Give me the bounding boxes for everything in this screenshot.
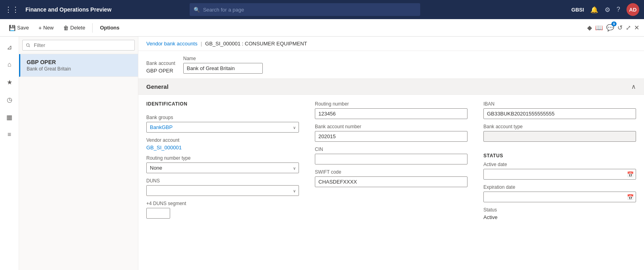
toolbar-separator [92, 23, 93, 33]
vendor-account-link[interactable]: GB_SI_000001 [146, 145, 299, 151]
badge-wrap: 💬 0 [606, 24, 614, 31]
sidebar-icon-filter[interactable]: ⊿ [2, 40, 17, 54]
duns-label: DUNS [146, 178, 299, 184]
form-col-routing: Routing number Bank account number CIN [315, 101, 467, 220]
iban-label: IBAN [483, 101, 636, 107]
delete-button[interactable]: 🗑 Delete [59, 23, 89, 33]
new-button[interactable]: + New [35, 23, 58, 33]
cin-field: CIN [315, 147, 467, 164]
active-date-field: Active date 📅 [483, 162, 636, 180]
breadcrumb-link[interactable]: Vendor bank accounts [146, 41, 198, 47]
top-nav: ⋮⋮ Finance and Operations Preview 🔍 GBSI… [0, 0, 644, 19]
status-heading: STATUS [483, 153, 636, 158]
breadcrumb: Vendor bank accounts | GB_SI_000001 : CO… [138, 37, 644, 51]
bank-groups-select-wrap: BankGBP BankUSD BankEUR ∨ [146, 122, 299, 133]
expiration-date-label: Expiration date [483, 184, 636, 190]
breadcrumb-separator: | [201, 41, 202, 47]
search-bar[interactable]: 🔍 [190, 3, 420, 16]
routing-number-type-field: Routing number type None ABA SWIFT ∨ [146, 155, 299, 173]
breadcrumb-current: GB_SI_000001 : CONSUMER EQUIPMENT [205, 41, 307, 47]
sidebar-icon-clock[interactable]: ◷ [2, 92, 17, 107]
duns-segment-input[interactable] [146, 208, 170, 219]
bank-groups-select[interactable]: BankGBP BankUSD BankEUR [146, 122, 299, 133]
status-value: Active [483, 214, 636, 220]
bank-account-label: Bank account [146, 61, 175, 66]
toolbar-right: ◆ 📖 💬 0 ↺ ⤢ ✕ [587, 24, 639, 31]
list-item-subtitle: Bank of Great Britain [27, 66, 132, 72]
bank-account-number-input[interactable] [315, 131, 467, 142]
toolbar: 💾 Save + New 🗑 Delete Options ◆ 📖 💬 0 ↺ … [0, 19, 644, 37]
status-label: Status [483, 207, 636, 213]
bank-account-value: GBP OPER [146, 68, 175, 74]
bank-groups-label: Bank groups [146, 115, 299, 120]
routing-number-type-select[interactable]: None ABA SWIFT [146, 162, 299, 173]
settings-icon[interactable]: ⚙ [605, 6, 610, 14]
duns-select[interactable] [146, 185, 299, 196]
routing-type-select-wrap: None ABA SWIFT ∨ [146, 162, 299, 173]
bank-account-type-label: Bank account type [483, 124, 636, 129]
sidebar-icon-table[interactable]: ▦ [2, 110, 17, 124]
name-label: Name [183, 56, 263, 61]
swift-code-input[interactable] [315, 176, 467, 187]
bank-account-type-input [483, 131, 636, 142]
active-date-input[interactable] [483, 169, 636, 180]
routing-number-type-label: Routing number type [146, 155, 299, 161]
sidebar-icon-home[interactable]: ⌂ [2, 57, 17, 72]
routing-number-input[interactable] [315, 108, 467, 119]
duns-segment-field: +4 DUNS segment [146, 201, 299, 219]
expand-icon[interactable]: ⤢ [626, 24, 631, 31]
bank-account-number-label: Bank account number [315, 124, 467, 129]
save-button[interactable]: 💾 Save [5, 23, 33, 33]
expiration-date-input[interactable] [483, 192, 636, 202]
sidebar-icon-list[interactable]: ≡ [2, 127, 17, 142]
cin-label: CIN [315, 147, 467, 152]
filter-input[interactable] [22, 40, 135, 51]
sidebar-icon-star[interactable]: ★ [2, 75, 17, 89]
grid-menu-icon[interactable]: ⋮⋮ [5, 5, 19, 14]
iban-input[interactable] [483, 108, 636, 119]
options-button[interactable]: Options [96, 23, 123, 33]
section-collapse-icon: ∧ [631, 83, 636, 90]
status-block: STATUS Active date 📅 Expiration date [483, 153, 636, 220]
swift-code-label: SWIFT code [315, 169, 467, 175]
duns-segment-label: +4 DUNS segment [146, 201, 299, 206]
new-icon: + [39, 25, 42, 31]
vendor-account-field: Vendor account GB_SI_000001 [146, 137, 299, 151]
detail-header: Bank account GBP OPER Name [138, 51, 644, 79]
status-field: Status Active [483, 207, 636, 220]
cin-input[interactable] [315, 154, 467, 164]
list-item[interactable]: GBP OPER Bank of Great Britain [19, 54, 138, 77]
general-section: General ∧ IDENTIFICATION Bank groups Ban… [138, 79, 644, 227]
list-items: GBP OPER Bank of Great Britain [19, 54, 138, 270]
bank-account-number-field: Bank account number [315, 124, 467, 142]
list-filter [19, 37, 138, 54]
form-col-identification: IDENTIFICATION Bank groups BankGBP BankU… [146, 101, 299, 220]
section-header-general[interactable]: General ∧ [138, 79, 644, 95]
close-icon[interactable]: ✕ [634, 24, 639, 31]
vendor-account-label: Vendor account [146, 137, 299, 143]
user-avatar[interactable]: AD [627, 3, 639, 16]
active-date-label: Active date [483, 162, 636, 167]
active-date-wrap: 📅 [483, 169, 636, 180]
search-icon: 🔍 [194, 7, 200, 13]
name-field: Name [183, 56, 263, 74]
help-icon[interactable]: ? [617, 6, 620, 13]
search-input[interactable] [203, 7, 416, 13]
swift-code-field: SWIFT code [315, 169, 467, 187]
list-panel: GBP OPER Bank of Great Britain [19, 37, 138, 270]
diamond-icon[interactable]: ◆ [587, 24, 592, 31]
identification-heading: IDENTIFICATION [146, 101, 299, 107]
refresh-icon[interactable]: ↺ [617, 24, 623, 31]
name-input[interactable] [183, 63, 263, 74]
bell-icon[interactable]: 🔔 [590, 6, 598, 14]
duns-field: DUNS ∨ [146, 178, 299, 196]
bank-account-field: Bank account GBP OPER [146, 61, 175, 74]
main-layout: ⊿ ⌂ ★ ◷ ▦ ≡ GBP OPER Bank of Great Brita… [0, 37, 644, 270]
top-nav-right: GBSI 🔔 ⚙ ? AD [571, 3, 639, 16]
form-col-iban-status: IBAN Bank account type STATUS Active dat… [483, 101, 636, 220]
book-icon[interactable]: 📖 [595, 24, 603, 31]
list-item-title: GBP OPER [27, 59, 132, 65]
routing-number-label: Routing number [315, 101, 467, 107]
delete-icon: 🗑 [63, 25, 69, 31]
bank-account-type-field: Bank account type [483, 124, 636, 142]
